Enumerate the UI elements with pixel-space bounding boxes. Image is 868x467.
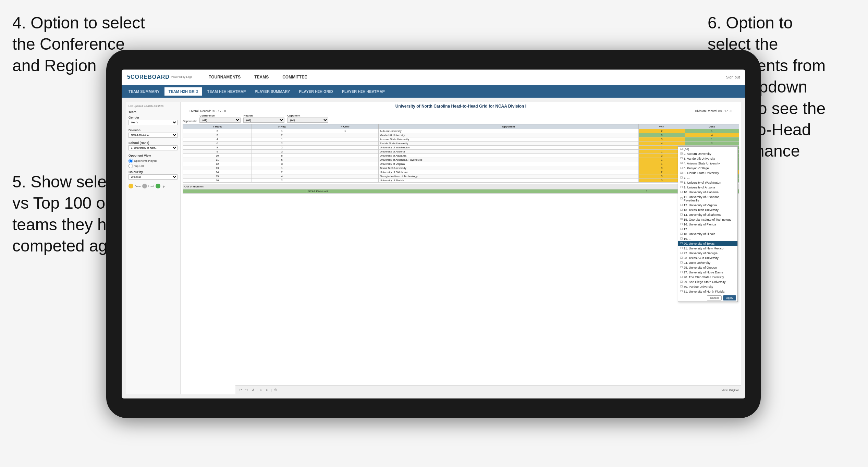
dropdown-item[interactable]: ☑4. Arizona State University xyxy=(678,161,737,166)
cell-loss: 1 xyxy=(685,137,739,141)
dropdown-check-22: ☐ xyxy=(680,256,683,259)
main-content: Last Updated: 4/7/2024 16:55:38 Team Gen… xyxy=(122,98,745,398)
cell-conf xyxy=(312,149,379,153)
dropdown-item[interactable]: ☐22. University of Georgia xyxy=(678,251,737,256)
dropdown-item[interactable]: ☐3. Vanderbilt University xyxy=(678,156,737,161)
dropdown-item[interactable]: ☑8. University of Washington xyxy=(678,180,737,185)
dropdown-check-29: ☐ xyxy=(680,290,683,293)
nav-signout[interactable]: Sign out xyxy=(726,75,740,79)
subnav-team-h2h-heatmap[interactable]: TEAM H2H HEATMAP xyxy=(203,87,250,96)
dropdown-item[interactable]: ☐31. University of North Florida xyxy=(678,289,737,294)
cell-conf xyxy=(312,162,379,166)
sep1: | xyxy=(257,389,257,392)
dropdown-item[interactable]: ☑15. Georgia Institute of Technology xyxy=(678,217,737,222)
cell-opponent: University of Virginia xyxy=(378,162,639,166)
copy-btn[interactable]: ⊞ xyxy=(259,388,264,392)
legend-down-dot xyxy=(129,184,133,188)
cell-opponent: Auburn University xyxy=(378,129,639,133)
dropdown-check-19: ☐ xyxy=(680,242,683,245)
dropdown-label-12: 13. Texas Tech University xyxy=(684,208,719,212)
cell-opponent: Arizona State University xyxy=(378,137,639,141)
radio-top100-input[interactable] xyxy=(129,164,133,168)
dropdown-item[interactable]: ☐29. San Diego State University xyxy=(678,280,737,284)
dropdown-check-23: ☐ xyxy=(680,261,683,264)
cancel-button[interactable]: Cancel xyxy=(707,295,722,300)
nav-teams[interactable]: TEAMS xyxy=(252,73,271,81)
radio-opponents-played-input[interactable] xyxy=(129,159,133,163)
dropdown-item[interactable]: ☐9. University of Arizona xyxy=(678,185,737,190)
clock-btn[interactable]: ⏱ xyxy=(273,388,278,392)
table-row: 2 1 1 Auburn University 2 1 xyxy=(183,129,739,133)
dropdown-item[interactable]: ☐16. University of Florida xyxy=(678,222,737,227)
dropdown-item[interactable]: ☑6. Florida State University xyxy=(678,171,737,175)
dropdown-item[interactable]: ☐25. University of Oregon xyxy=(678,265,737,270)
subnav-player-h2h-grid[interactable]: PLAYER H2H GRID xyxy=(295,87,337,96)
dropdown-label-16: 17. ... xyxy=(684,228,692,231)
cell-conf xyxy=(312,137,379,141)
subnav-team-h2h-grid[interactable]: TEAM H2H GRID xyxy=(164,87,203,96)
cell-conf xyxy=(312,158,379,162)
opponent-select[interactable]: (All) xyxy=(287,118,328,123)
sidebar-colour-select[interactable]: Win/loss xyxy=(129,174,178,180)
dropdown-item[interactable]: ☐10. University of Alabama xyxy=(678,190,737,195)
view-label: View: Original xyxy=(722,389,738,392)
sep3: | xyxy=(280,389,280,392)
subnav-player-summary[interactable]: PLAYER SUMMARY xyxy=(250,87,294,96)
table-row: 16 2 University of Florida 5 1 xyxy=(183,178,739,182)
dropdown-item[interactable]: ☐13. Texas Tech University xyxy=(678,208,737,212)
paste-btn[interactable]: ⊟ xyxy=(265,388,270,392)
conference-select[interactable]: (All) xyxy=(199,118,241,123)
dropdown-check-0: ☐ xyxy=(680,147,683,150)
dropdown-check-2: ☐ xyxy=(680,157,683,160)
nav-tournaments[interactable]: TOURNAMENTS xyxy=(206,73,243,81)
opponent-dropdown[interactable]: ☐(All)☑2. Auburn University☐3. Vanderbil… xyxy=(678,146,738,302)
redo-btn[interactable]: ↪ xyxy=(244,388,249,392)
sidebar-school-select[interactable]: 1. University of Nort... xyxy=(129,145,178,150)
dropdown-item[interactable]: ☐27. University of Notre Dame xyxy=(678,270,737,275)
legend-level-dot xyxy=(142,184,147,188)
dropdown-item[interactable]: ☐14. University of Oklahoma xyxy=(678,212,737,217)
apply-button[interactable]: Apply xyxy=(723,295,736,300)
undo-btn[interactable]: ↩ xyxy=(238,388,243,392)
dropdown-item[interactable]: ☐5. Kenyon College xyxy=(678,166,737,171)
dropdown-label-24: 25. University of Oregon xyxy=(684,266,717,269)
table-row: 8 2 University of Washington 1 0 xyxy=(183,145,739,149)
dropdown-check-17: ☐ xyxy=(680,232,683,235)
dropdown-item[interactable]: ☑2. Auburn University xyxy=(678,151,737,156)
dropdown-item[interactable]: ☐12. University of Virginia xyxy=(678,203,737,208)
dropdown-item[interactable]: ☐21. University of New Mexico xyxy=(678,246,737,251)
dropdown-check-10: ☐ xyxy=(680,197,683,200)
logo-sub: Powered by Logo xyxy=(171,76,192,78)
dropdown-item[interactable]: ☐24. Duke University xyxy=(678,260,737,265)
refresh-btn[interactable]: ↺ xyxy=(250,388,255,392)
cell-rank: 13 xyxy=(183,166,252,170)
dropdown-item[interactable]: ☐11. University of Arkansas, Fayettevill… xyxy=(678,195,737,203)
region-select[interactable]: (All) xyxy=(243,118,284,123)
cell-rank: 6 xyxy=(183,141,252,145)
sidebar-gender-select[interactable]: Men's xyxy=(129,120,178,125)
nav-committee[interactable]: COMMITTEE xyxy=(280,73,310,81)
cell-rank: 16 xyxy=(183,178,252,182)
overall-record: Overall Record: 89 - 17 - 0 xyxy=(190,109,226,113)
table-row: 9 3 University of Arizona 1 0 xyxy=(183,149,739,153)
subnav-player-h2h-heatmap[interactable]: PLAYER H2H HEATMAP xyxy=(338,87,389,96)
dropdown-item[interactable]: ☐18. University of Illinois xyxy=(678,232,737,236)
col-rank: # Rank xyxy=(183,124,252,129)
dropdown-check-12: ☐ xyxy=(680,208,683,211)
dropdown-item[interactable]: ☐17. ... xyxy=(678,227,737,232)
dropdown-check-27: ☐ xyxy=(680,280,683,283)
dropdown-label-0: (All) xyxy=(684,147,689,151)
dropdown-item[interactable]: ☐20. University of Texas xyxy=(678,241,737,246)
dropdown-item[interactable]: ☐7. ... xyxy=(678,175,737,180)
dropdown-item[interactable]: ☐28. The Ohio State University xyxy=(678,275,737,280)
radio-opponents-played[interactable]: Opponents Played xyxy=(129,159,178,163)
radio-top100[interactable]: Top 100 xyxy=(129,164,178,168)
dropdown-item[interactable]: ☐30. Purdue University xyxy=(678,284,737,289)
dropdown-item[interactable]: ☐(All) xyxy=(678,147,737,151)
sidebar-division-select[interactable]: NCAA Division I xyxy=(129,133,178,138)
cell-opponent: University of Alabama xyxy=(378,153,639,158)
dropdown-label-15: 16. University of Florida xyxy=(684,223,716,226)
subnav-team-summary[interactable]: TEAM SUMMARY xyxy=(124,87,164,96)
dropdown-item[interactable]: ☐23. Texas A&M University xyxy=(678,256,737,260)
dropdown-item[interactable]: ☐19. ... xyxy=(678,236,737,241)
